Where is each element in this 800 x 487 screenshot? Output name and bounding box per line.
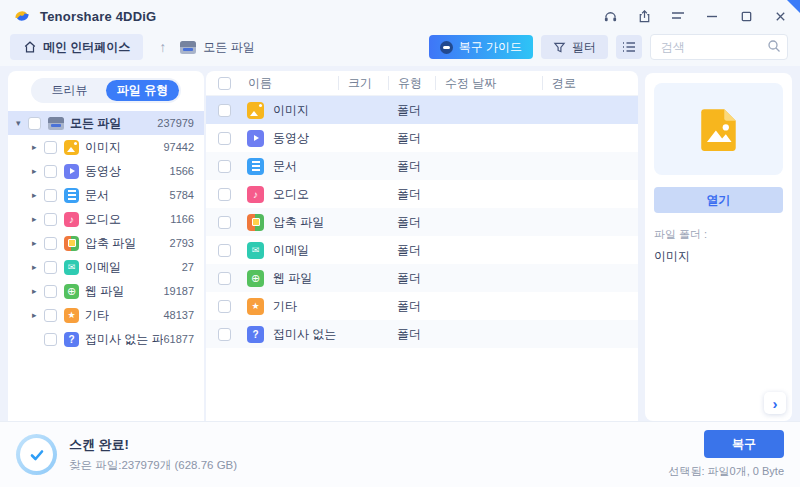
expand-arrow-icon[interactable]: ▸: [32, 262, 44, 272]
main-interface-button[interactable]: 메인 인터페이스: [10, 34, 143, 60]
collapse-arrow-icon[interactable]: ▾: [16, 118, 28, 128]
checkbox[interactable]: [44, 237, 57, 250]
row-type: 폴더: [388, 130, 435, 147]
file-type-icon: [247, 130, 264, 147]
app-title: Tenorshare 4DDiG: [40, 9, 156, 24]
column-header-size[interactable]: 크기: [338, 76, 388, 90]
sidebar-item-label: 이미지: [85, 139, 121, 156]
table-row[interactable]: 문서 폴더: [206, 152, 638, 180]
row-name: 접미사 없는 파일: [273, 326, 338, 343]
maximize-icon[interactable]: [738, 8, 754, 24]
next-chevron-button[interactable]: ›: [764, 392, 786, 414]
content: 트리뷰 파일 유형 ▾ 모든 파일 237979 ▸ 이미지 97442 ▸ 동…: [0, 66, 800, 421]
minimize-icon[interactable]: [704, 8, 720, 24]
tab-tree-view[interactable]: 트리뷰: [33, 80, 106, 101]
expand-arrow-icon[interactable]: ▸: [32, 310, 44, 320]
row-checkbox[interactable]: [218, 272, 231, 285]
checkbox[interactable]: [28, 117, 41, 130]
table-row[interactable]: 압축 파일 폴더: [206, 208, 638, 236]
checkbox[interactable]: [44, 213, 57, 226]
column-header-type[interactable]: 유형: [388, 76, 435, 90]
checkbox[interactable]: [44, 333, 57, 346]
recover-button[interactable]: 복구: [704, 430, 784, 458]
sidebar-item[interactable]: ▸ 오디오 1166: [8, 207, 204, 231]
search-icon[interactable]: [767, 39, 781, 53]
preview-panel: 열기 파일 폴더 : 이미지 ›: [645, 73, 792, 421]
table-row[interactable]: 이메일 폴더: [206, 236, 638, 264]
checkbox[interactable]: [44, 141, 57, 154]
filter-button[interactable]: 필터: [541, 35, 608, 59]
view-list-button[interactable]: [616, 35, 642, 59]
file-type-icon: [247, 270, 264, 287]
row-type: 폴더: [388, 298, 435, 315]
file-type-icon: [247, 326, 264, 343]
row-checkbox[interactable]: [218, 188, 231, 201]
row-checkbox[interactable]: [218, 300, 231, 313]
row-checkbox[interactable]: [218, 132, 231, 145]
share-icon[interactable]: [636, 8, 652, 24]
file-type-icon: [64, 188, 79, 203]
up-arrow-icon[interactable]: ↑: [159, 39, 166, 55]
home-icon: [23, 40, 37, 54]
open-button[interactable]: 열기: [654, 187, 783, 213]
file-type-icon: [247, 102, 264, 119]
select-all-checkbox[interactable]: [218, 77, 231, 90]
column-header-path[interactable]: 경로: [542, 76, 638, 90]
sidebar-item[interactable]: ▸ 접미사 없는 파일 61877: [8, 327, 204, 351]
menu-icon[interactable]: [670, 8, 686, 24]
close-icon[interactable]: [772, 8, 788, 24]
column-header-name[interactable]: 이름: [206, 75, 338, 92]
support-headset-icon[interactable]: [602, 8, 618, 24]
toolbar-right: 복구 가이드 필터: [429, 34, 788, 60]
app-window: Tenorshare 4DDiG: [0, 0, 800, 487]
file-type-icon: [247, 298, 264, 315]
row-name: 이메일: [273, 242, 309, 259]
table-row[interactable]: 웹 파일 폴더: [206, 264, 638, 292]
sidebar-item-all-files[interactable]: ▾ 모든 파일 237979: [8, 111, 204, 135]
file-type-icon: [247, 214, 264, 231]
drive-icon: [180, 41, 196, 54]
file-count: 97442: [163, 141, 194, 153]
checkbox[interactable]: [44, 165, 57, 178]
checkbox[interactable]: [44, 285, 57, 298]
expand-arrow-icon[interactable]: ▸: [32, 214, 44, 224]
row-name: 웹 파일: [273, 270, 312, 287]
sidebar-item[interactable]: ▸ 이미지 97442: [8, 135, 204, 159]
sidebar-item[interactable]: ▸ 이메일 27: [8, 255, 204, 279]
expand-arrow-icon[interactable]: ▸: [32, 142, 44, 152]
toolbar: 메인 인터페이스 ↑ 모든 파일 복구 가이드 필터: [0, 32, 800, 66]
sidebar-item-label: 압축 파일: [85, 235, 136, 252]
sidebar-item[interactable]: ▸ 문서 5784: [8, 183, 204, 207]
tab-file-type[interactable]: 파일 유형: [106, 80, 179, 101]
table-row[interactable]: 접미사 없는 파일 폴더: [206, 320, 638, 348]
table-row[interactable]: 이미지 폴더: [206, 96, 638, 124]
expand-arrow-icon[interactable]: ▸: [32, 286, 44, 296]
recovery-guide-button[interactable]: 복구 가이드: [429, 35, 533, 59]
row-name: 이미지: [273, 102, 309, 119]
sidebar-item[interactable]: ▸ 동영상 1566: [8, 159, 204, 183]
row-checkbox[interactable]: [218, 244, 231, 257]
row-checkbox[interactable]: [218, 216, 231, 229]
app-logo-icon: [12, 6, 32, 26]
expand-arrow-icon[interactable]: ▸: [32, 166, 44, 176]
table-row[interactable]: 오디오 폴더: [206, 180, 638, 208]
expand-arrow-icon[interactable]: ▸: [32, 238, 44, 248]
filter-label: 필터: [572, 39, 596, 56]
checkbox[interactable]: [44, 189, 57, 202]
file-count: 1566: [170, 165, 194, 177]
table-row[interactable]: 기타 폴더: [206, 292, 638, 320]
table-row[interactable]: 동영상 폴더: [206, 124, 638, 152]
expand-arrow-icon[interactable]: ▸: [32, 190, 44, 200]
row-checkbox[interactable]: [218, 104, 231, 117]
row-checkbox[interactable]: [218, 328, 231, 341]
checkbox[interactable]: [44, 309, 57, 322]
sidebar-item[interactable]: ▸ 기타 48137: [8, 303, 204, 327]
row-checkbox[interactable]: [218, 160, 231, 173]
column-header-date[interactable]: 수정 날짜: [435, 76, 542, 90]
check-icon: [20, 438, 53, 471]
row-name: 동영상: [273, 130, 309, 147]
sidebar-item[interactable]: ▸ 압축 파일 2793: [8, 231, 204, 255]
sidebar-item[interactable]: ▸ 웹 파일 19187: [8, 279, 204, 303]
checkbox[interactable]: [44, 261, 57, 274]
table-body: 이미지 폴더 동영상 폴더 문서 폴더 오디오: [206, 96, 638, 348]
